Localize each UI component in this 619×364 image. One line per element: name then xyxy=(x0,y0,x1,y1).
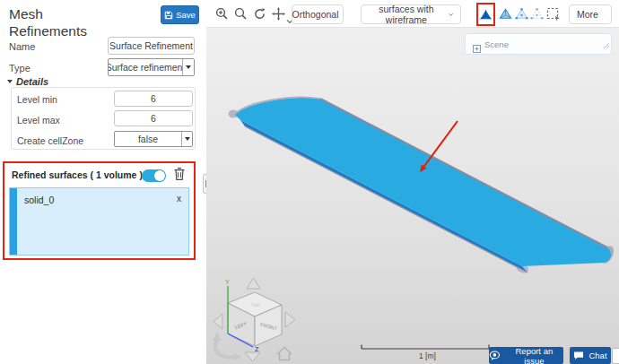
save-button[interactable]: Save xyxy=(161,5,199,24)
create-cellzone-select[interactable]: false xyxy=(114,131,193,147)
type-select-value: Surface refinement xyxy=(109,59,182,75)
rotate-down-arrow[interactable] xyxy=(245,352,260,361)
home-view-icon[interactable] xyxy=(277,348,292,360)
rotate-left-arrow[interactable] xyxy=(214,314,222,329)
collapse-triangle-icon xyxy=(7,80,13,83)
chat-label: Chat xyxy=(588,351,606,360)
type-select-arrow[interactable] xyxy=(182,59,194,75)
rotate-up-arrow[interactable] xyxy=(247,278,260,289)
refined-surfaces-title: Refined surfaces ( 1 volume ) xyxy=(12,169,143,180)
app-window: Mesh Refinements Save Name Type Surface … xyxy=(0,0,619,364)
level-max-label: Level max xyxy=(17,115,60,126)
clipped-corner-button[interactable] xyxy=(612,348,619,364)
save-floppy-icon xyxy=(164,11,173,20)
level-max-input[interactable] xyxy=(114,110,193,126)
trash-icon[interactable] xyxy=(173,167,186,185)
assigned-surface-item[interactable]: solid_0 x xyxy=(9,187,189,256)
save-button-label: Save xyxy=(176,10,196,20)
name-input[interactable] xyxy=(108,37,195,55)
surface-item-remove-button[interactable]: x xyxy=(177,194,181,204)
level-min-input[interactable] xyxy=(114,91,193,107)
create-cellzone-label: Create cellZone xyxy=(17,135,83,146)
axis-y-label: Y xyxy=(225,279,230,285)
surface-item-label: solid_0 xyxy=(24,195,54,205)
level-min-label: Level min xyxy=(17,94,57,105)
type-select[interactable]: Surface refinement xyxy=(108,58,195,76)
viewport-3d[interactable]: Orthogonal surfaces with wireframe xyxy=(206,0,619,364)
scale-bar: 1 [m] xyxy=(362,345,489,361)
rotate-right-arrow[interactable] xyxy=(285,312,295,327)
details-section-toggle[interactable]: Details xyxy=(7,76,48,87)
refined-surfaces-toggle[interactable] xyxy=(142,169,166,182)
refined-surfaces-annotation-box: Refined surfaces ( 1 volume ) solid_0 x xyxy=(3,161,196,260)
details-label: Details xyxy=(16,76,48,87)
surface-item-accent-bar xyxy=(10,188,17,255)
create-cellzone-value: false xyxy=(115,132,181,146)
page-title: Mesh Refinements xyxy=(9,5,121,39)
navigation-cube[interactable]: TOP LEFT FRONT Y Z xyxy=(225,279,282,352)
mesh-refinements-panel: Mesh Refinements Save Name Type Surface … xyxy=(0,0,207,364)
viewport-canvas[interactable]: TOP LEFT FRONT Y Z xyxy=(206,0,619,364)
report-issue-icon xyxy=(489,351,501,361)
create-cellzone-arrow[interactable] xyxy=(181,132,192,146)
report-issue-label: Report an issue xyxy=(505,346,563,364)
scale-bar-label: 1 [m] xyxy=(419,351,436,360)
type-label: Type xyxy=(9,63,31,74)
toggle-knob xyxy=(154,170,165,181)
wing-top-surface[interactable] xyxy=(235,98,611,266)
chevron-down-icon xyxy=(185,137,190,141)
name-label: Name xyxy=(9,41,35,52)
axis-z-label: Z xyxy=(255,346,259,352)
chat-button[interactable]: Chat xyxy=(570,347,611,364)
report-issue-button[interactable]: Report an issue xyxy=(489,347,563,364)
chevron-down-icon xyxy=(186,65,191,69)
details-group: Level min Level max Create cellZone fals… xyxy=(11,87,196,150)
chat-icon xyxy=(573,351,584,360)
